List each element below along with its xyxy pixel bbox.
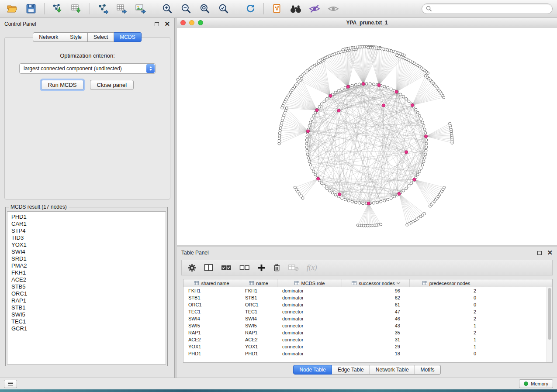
network-node[interactable] — [278, 140, 280, 142]
network-hub-node[interactable] — [405, 151, 408, 154]
search-box[interactable] — [422, 3, 553, 14]
table-row[interactable]: TEC1TEC1connector472 — [183, 308, 552, 315]
network-node[interactable] — [415, 108, 417, 111]
tab-network-table[interactable]: Network Table — [370, 365, 415, 375]
float-panel-icon[interactable] — [537, 251, 542, 255]
network-node[interactable] — [410, 182, 412, 185]
network-node[interactable] — [318, 60, 320, 62]
network-node[interactable] — [328, 189, 331, 192]
network-node[interactable] — [376, 201, 379, 204]
network-node[interactable] — [279, 127, 282, 129]
network-node[interactable] — [344, 198, 346, 201]
mcds-result-item[interactable]: GCR1 — [11, 325, 166, 332]
network-node[interactable] — [367, 46, 370, 49]
status-menu-button[interactable] — [4, 380, 17, 388]
network-node[interactable] — [380, 200, 382, 203]
network-node[interactable] — [416, 111, 419, 114]
network-node[interactable] — [424, 131, 427, 134]
table-row[interactable]: YOX1YOX1connector291 — [183, 343, 552, 350]
network-graph-svg[interactable] — [177, 28, 557, 245]
network-node[interactable] — [358, 83, 360, 86]
network-node[interactable] — [423, 212, 426, 215]
zoom-in-button[interactable] — [159, 2, 175, 16]
network-node[interactable] — [420, 118, 422, 120]
hide-selected-button[interactable] — [307, 2, 322, 16]
network-node[interactable] — [305, 139, 308, 141]
network-node[interactable] — [425, 139, 428, 141]
refresh-button[interactable] — [242, 2, 258, 16]
column-header-name[interactable]: name — [240, 279, 277, 287]
network-node[interactable] — [305, 146, 308, 148]
export-image-button[interactable] — [133, 2, 149, 16]
mcds-result-item[interactable]: STP4 — [11, 227, 166, 234]
table-scrollbar[interactable] — [547, 287, 552, 362]
network-node[interactable] — [358, 202, 360, 204]
optimization-select[interactable]: largest connected component (undirected) — [19, 63, 156, 74]
network-node[interactable] — [369, 83, 371, 85]
network-node[interactable] — [314, 173, 317, 176]
mcds-result-item[interactable]: PHD1 — [11, 213, 166, 220]
network-node[interactable] — [325, 187, 328, 189]
table-row[interactable]: STB1STB1dominator620 — [183, 294, 552, 301]
network-node[interactable] — [306, 149, 308, 152]
clone-network-button[interactable] — [269, 2, 285, 16]
tab-edge-table[interactable]: Edge Table — [332, 365, 370, 375]
network-node[interactable] — [351, 84, 353, 87]
network-node[interactable] — [380, 223, 382, 226]
network-node[interactable] — [418, 170, 421, 173]
network-node[interactable] — [372, 202, 375, 204]
network-node[interactable] — [278, 137, 280, 140]
float-panel-icon[interactable] — [155, 22, 159, 26]
mcds-result-list[interactable]: PHD1CAR1STP4TID3YOX1SWI4SRD1PMA2FKH1ACE2… — [7, 211, 166, 364]
network-node[interactable] — [420, 167, 422, 169]
network-node[interactable] — [325, 97, 328, 100]
table-row[interactable]: ORC1ORC1dominator610 — [183, 301, 552, 308]
network-node[interactable] — [402, 189, 405, 192]
network-hub-node[interactable] — [367, 202, 370, 205]
network-node[interactable] — [443, 186, 446, 189]
network-node[interactable] — [421, 121, 424, 124]
network-node[interactable] — [423, 157, 426, 159]
zoom-selected-button[interactable] — [216, 2, 232, 16]
tab-network[interactable]: Network — [33, 32, 64, 42]
mcds-result-item[interactable]: SWI4 — [11, 248, 166, 255]
network-node[interactable] — [341, 88, 343, 90]
network-node[interactable] — [405, 97, 408, 100]
network-node[interactable] — [334, 91, 337, 94]
network-hub-node[interactable] — [329, 94, 332, 97]
network-hub-node[interactable] — [338, 193, 341, 196]
mcds-result-item[interactable]: ACE2 — [11, 276, 166, 283]
mcds-result-item[interactable]: PMA2 — [11, 262, 166, 269]
mcds-result-item[interactable]: CAR1 — [11, 220, 166, 227]
column-header-successor-nodes[interactable]: successor nodes — [342, 279, 410, 287]
network-hub-node[interactable] — [317, 177, 320, 180]
mcds-result-item[interactable]: STB5 — [11, 283, 166, 290]
table-row[interactable]: SWI4SWI4dominator462 — [183, 315, 552, 322]
table-row[interactable]: FKH1FKH1dominator962 — [183, 287, 552, 294]
network-hub-node[interactable] — [315, 109, 318, 112]
run-mcds-button[interactable]: Run MCDS — [41, 80, 84, 90]
network-node[interactable] — [422, 124, 425, 127]
network-node[interactable] — [424, 74, 427, 77]
network-node[interactable] — [281, 107, 284, 109]
network-node[interactable] — [281, 119, 284, 122]
network-node[interactable] — [424, 153, 427, 156]
network-hub-node[interactable] — [411, 103, 414, 107]
network-node[interactable] — [362, 202, 364, 205]
network-node[interactable] — [347, 199, 350, 202]
window-zoom-button[interactable] — [198, 20, 203, 25]
network-node[interactable] — [372, 83, 375, 86]
network-node[interactable] — [341, 197, 343, 199]
mcds-result-item[interactable]: FKH1 — [11, 269, 166, 276]
mcds-result-item[interactable]: SRD1 — [11, 255, 166, 262]
column-header-predecessor-nodes[interactable]: predecessor nodes — [410, 279, 483, 287]
network-node[interactable] — [337, 89, 340, 92]
import-network-button[interactable] — [50, 2, 66, 16]
network-node[interactable] — [405, 187, 408, 189]
table-row[interactable]: RAP1RAP1dominator352 — [183, 329, 552, 336]
network-node[interactable] — [308, 124, 311, 127]
network-node[interactable] — [312, 170, 315, 173]
close-panel-icon[interactable]: ✕ — [547, 251, 553, 255]
unselect-all-button[interactable] — [239, 264, 250, 272]
network-node[interactable] — [390, 88, 392, 90]
